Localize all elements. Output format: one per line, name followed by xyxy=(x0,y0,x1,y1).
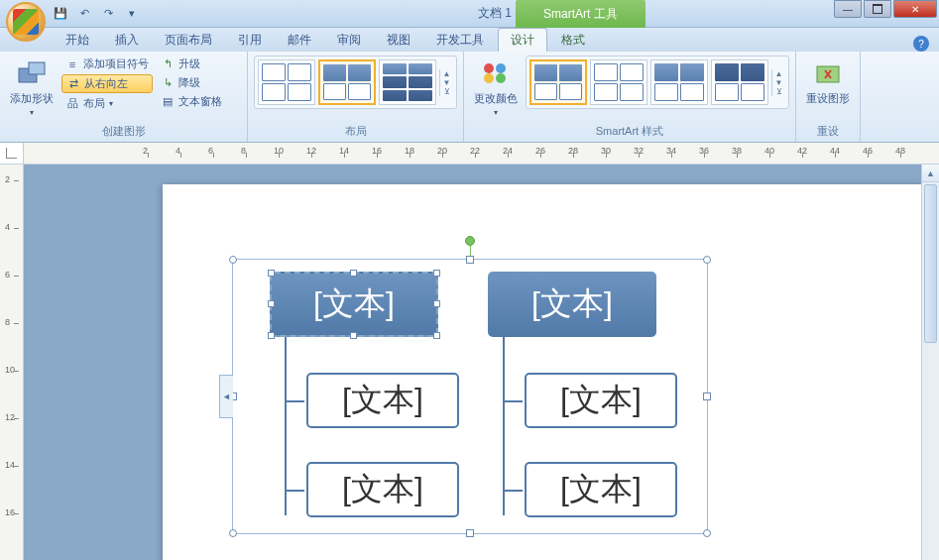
node-handle[interactable] xyxy=(268,332,275,339)
node-handle[interactable] xyxy=(433,332,440,339)
resize-handle-bl[interactable] xyxy=(229,529,237,537)
change-colors-icon xyxy=(480,57,512,89)
connector-line xyxy=(503,490,523,492)
layouts-gallery: ▲ ▼ ⊻ xyxy=(254,56,457,109)
tab-developer[interactable]: 开发工具 xyxy=(424,29,496,52)
styles-gallery: ▲ ▼ ⊻ xyxy=(526,56,789,109)
add-bullet-button[interactable]: ≡添加项目符号 xyxy=(61,56,153,72)
titlebar: 💾 ↶ ↷ ▾ 文档 1 - Microsoft Word SmartArt 工… xyxy=(0,0,939,28)
tab-mailings[interactable]: 邮件 xyxy=(276,29,323,52)
svg-point-5 xyxy=(496,73,506,83)
page[interactable]: [文本] [文本] [文本] [文本] [文本] xyxy=(163,184,926,560)
style-option-4[interactable] xyxy=(711,59,768,105)
vertical-scrollbar: ▲ xyxy=(921,165,939,560)
reset-graphic-button[interactable]: 重设图形 xyxy=(802,56,854,108)
styles-down-icon[interactable]: ▼ xyxy=(772,78,785,87)
node-handle[interactable] xyxy=(433,270,440,277)
tab-insert[interactable]: 插入 xyxy=(103,29,151,52)
svg-point-3 xyxy=(496,63,506,73)
reset-icon xyxy=(812,57,844,89)
node-handle[interactable] xyxy=(268,270,275,277)
help-icon[interactable]: ? xyxy=(913,36,929,52)
add-shape-button[interactable]: 添加形状 ▾ xyxy=(6,56,58,119)
node-handle[interactable] xyxy=(268,300,275,307)
connector-line xyxy=(285,490,304,492)
demote-button[interactable]: ↳降级 xyxy=(157,74,226,91)
undo-icon[interactable]: ↶ xyxy=(75,5,93,23)
qat-dropdown-icon[interactable]: ▾ xyxy=(123,5,141,23)
tab-design[interactable]: 设计 xyxy=(498,28,547,52)
styles-spinner: ▲ ▼ ⊻ xyxy=(771,69,785,96)
maximize-button[interactable] xyxy=(864,0,891,18)
tab-page-layout[interactable]: 页面布局 xyxy=(153,29,224,52)
tab-format[interactable]: 格式 xyxy=(549,29,597,52)
layout-option-1[interactable] xyxy=(258,59,315,105)
resize-handle-tm[interactable] xyxy=(466,256,474,264)
smartart-node-top-2[interactable]: [文本] xyxy=(488,272,656,337)
smartart-node-sub-2b[interactable]: [文本] xyxy=(525,462,677,517)
change-colors-button[interactable]: 更改颜色 ▾ xyxy=(470,56,522,119)
style-option-3[interactable] xyxy=(650,59,708,105)
gallery-up-icon[interactable]: ▲ xyxy=(440,69,453,78)
styles-more-icon[interactable]: ⊻ xyxy=(772,87,785,96)
page-viewport: [文本] [文本] [文本] [文本] [文本] xyxy=(24,165,939,560)
tab-review[interactable]: 审阅 xyxy=(325,29,373,52)
text-pane-toggle[interactable] xyxy=(219,375,233,418)
resize-handle-tl[interactable] xyxy=(229,256,237,264)
smartart-node-sub-2a[interactable]: [文本] xyxy=(525,373,677,428)
node-handle[interactable] xyxy=(433,300,440,307)
group-styles: 更改颜色 ▾ ▲ ▼ ⊻ SmartArt 样式 xyxy=(464,52,796,142)
connector-line xyxy=(503,400,523,402)
rtl-button[interactable]: ⇄从右向左 xyxy=(61,74,153,93)
styles-up-icon[interactable]: ▲ xyxy=(772,69,785,78)
smartart-node-sub-1a[interactable]: [文本] xyxy=(306,373,459,428)
ribbon: 添加形状 ▾ ≡添加项目符号 ⇄从右向左 品布局 ▾ ↰升级 ↳降级 ▤文本窗格… xyxy=(0,52,939,143)
scroll-up-button[interactable]: ▲ xyxy=(922,165,939,182)
minimize-button[interactable]: — xyxy=(834,0,862,18)
ribbon-tabs: 开始 插入 页面布局 引用 邮件 审阅 视图 开发工具 设计 格式 ? xyxy=(0,28,939,52)
style-option-2[interactable] xyxy=(590,59,647,105)
tab-home[interactable]: 开始 xyxy=(54,29,101,52)
ruler-row: 2468101214161820222426283032343638404244… xyxy=(0,143,939,165)
group-label-layout: 布局 xyxy=(254,122,457,142)
save-icon[interactable]: 💾 xyxy=(52,5,69,23)
layout-option-2[interactable] xyxy=(318,59,376,105)
tab-view[interactable]: 视图 xyxy=(375,29,422,52)
horizontal-ruler[interactable]: 2468101214161820222426283032343638404244… xyxy=(24,143,939,164)
gallery-more-icon[interactable]: ⊻ xyxy=(440,87,453,96)
connector-line xyxy=(285,337,287,515)
node-handle[interactable] xyxy=(350,332,357,339)
add-shape-label: 添加形状 xyxy=(10,91,54,106)
office-button[interactable] xyxy=(6,2,46,42)
gallery-down-icon[interactable]: ▼ xyxy=(440,78,453,87)
resize-handle-rm[interactable] xyxy=(703,392,711,400)
text-pane-button[interactable]: ▤文本窗格 xyxy=(157,93,226,110)
group-label-create: 创建图形 xyxy=(6,122,241,142)
resize-handle-br[interactable] xyxy=(703,529,711,537)
quick-access-toolbar: 💾 ↶ ↷ ▾ xyxy=(52,5,141,23)
resize-handle-tr[interactable] xyxy=(703,256,711,264)
rotate-handle[interactable] xyxy=(465,236,475,246)
style-option-1[interactable] xyxy=(529,59,587,105)
layout-option-3[interactable] xyxy=(379,59,436,105)
tab-references[interactable]: 引用 xyxy=(226,29,274,52)
resize-handle-bm[interactable] xyxy=(466,529,474,537)
group-layouts: ▲ ▼ ⊻ 布局 xyxy=(248,52,464,142)
close-button[interactable]: ✕ xyxy=(893,0,937,18)
add-shape-icon xyxy=(16,57,48,89)
ruler-corner[interactable] xyxy=(0,143,24,164)
promote-icon: ↰ xyxy=(161,57,175,71)
promote-button[interactable]: ↰升级 xyxy=(157,56,226,72)
smartart-node-top-1[interactable]: [文本] xyxy=(270,272,438,337)
layout-icon: 品 xyxy=(65,97,79,111)
redo-icon[interactable]: ↷ xyxy=(99,5,117,23)
svg-rect-1 xyxy=(29,62,45,74)
smartart-node-sub-1b[interactable]: [文本] xyxy=(306,462,459,517)
layout-button[interactable]: 品布局 ▾ xyxy=(61,95,153,112)
group-create-graphic: 添加形状 ▾ ≡添加项目符号 ⇄从右向左 品布局 ▾ ↰升级 ↳降级 ▤文本窗格… xyxy=(0,52,248,142)
smartart-frame[interactable]: [文本] [文本] [文本] [文本] [文本] xyxy=(232,259,708,534)
node-handle[interactable] xyxy=(350,270,357,277)
vertical-ruler[interactable]: 246810121416 xyxy=(0,165,24,560)
scroll-thumb[interactable] xyxy=(924,184,937,343)
group-label-styles: SmartArt 样式 xyxy=(470,122,789,142)
